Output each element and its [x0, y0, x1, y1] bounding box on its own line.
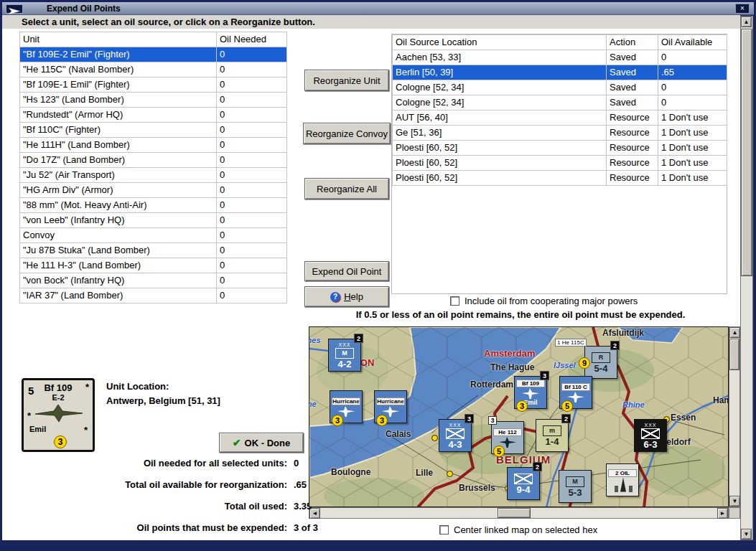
unit-row[interactable]: "He 111H" (Land Bomber) 0: [20, 138, 287, 153]
unit-row[interactable]: "IAR 37" (Land Bomber) 0: [20, 288, 287, 303]
oil-available-cell[interactable]: 0: [658, 95, 727, 110]
oil-available-cell[interactable]: 1 Don't use: [658, 126, 727, 141]
map-unit-counter[interactable]: 9-4 2: [507, 467, 540, 500]
unit-name-cell[interactable]: "von Leeb" (Infantry HQ): [20, 213, 217, 228]
oil-needed-cell[interactable]: 0: [217, 153, 287, 168]
map-vertical-scrollbar[interactable]: ▲ ▼: [729, 326, 740, 507]
oil-location-cell[interactable]: Cologne [52, 34]: [393, 95, 607, 110]
unit-name-cell[interactable]: "88 mm" (Mot. Heavy Anti-Air): [20, 198, 217, 213]
oil-needed-cell[interactable]: 0: [217, 258, 287, 273]
help-button[interactable]: ? Help: [304, 286, 389, 307]
map-unit-counter[interactable]: m 1-4 2: [536, 419, 569, 452]
unit-name-cell[interactable]: "von Bock" (Infantry HQ): [20, 273, 217, 288]
map-unit-counter[interactable]: Hurricane 3: [374, 390, 407, 423]
expend-oil-point-button[interactable]: Expend Oil Point: [304, 261, 389, 281]
oil-source-row[interactable]: AUT [56, 40] Resource 1 Don't use: [393, 110, 727, 126]
oil-available-cell[interactable]: 0: [658, 50, 727, 65]
oil-source-row[interactable]: Aachen [53, 33] Saved 0: [393, 50, 727, 65]
action-cell[interactable]: Resource: [607, 156, 658, 171]
oil-source-row[interactable]: Ge [51, 36] Resource 1 Don't use: [393, 126, 727, 141]
dialog-vertical-scrollbar[interactable]: ▲ ▼: [740, 16, 753, 540]
map-unit-counter[interactable]: M 5-3: [559, 470, 592, 503]
unit-name-cell[interactable]: Convoy: [20, 228, 217, 243]
reorganize-all-button[interactable]: Reorganize All: [304, 178, 389, 199]
reorganize-unit-button[interactable]: Reorganize Unit: [304, 70, 389, 91]
map-horizontal-scrollbar[interactable]: ◄ ►: [309, 507, 729, 519]
oil-needed-cell[interactable]: 0: [217, 243, 287, 258]
unit-name-cell[interactable]: "Do 17Z" (Land Bomber): [20, 153, 217, 168]
title-bar[interactable]: Expend Oil Points ×: [2, 2, 754, 15]
center-map-checkbox[interactable]: [439, 525, 449, 534]
action-cell[interactable]: Resource: [607, 126, 658, 141]
oil-needed-cell[interactable]: 0: [217, 198, 287, 213]
unit-name-cell[interactable]: "IAR 37" (Land Bomber): [20, 288, 217, 303]
unit-row[interactable]: "He 115C" (Naval Bomber) 0: [20, 62, 287, 77]
action-cell[interactable]: Resource: [607, 110, 658, 126]
unit-row[interactable]: "Hs 123" (Land Bomber) 0: [20, 93, 287, 108]
unit-name-cell[interactable]: "He 111H" (Land Bomber): [20, 138, 217, 153]
map-hscroll-thumb[interactable]: [498, 508, 531, 518]
map-unit-counter[interactable]: 2 OIL: [606, 463, 639, 496]
oil-needed-cell[interactable]: 0: [217, 108, 287, 123]
unit-row[interactable]: Convoy 0: [20, 228, 287, 243]
oil-needed-cell[interactable]: 0: [217, 47, 287, 62]
include-oil-checkbox[interactable]: [450, 296, 459, 306]
oil-source-row[interactable]: Ploesti [60, 52] Resource 1 Don't use: [393, 156, 727, 171]
oil-source-row[interactable]: Berlin [50, 39] Saved .65: [393, 65, 727, 80]
oil-needed-cell[interactable]: 0: [217, 62, 287, 77]
scroll-up-icon[interactable]: ▲: [729, 327, 740, 338]
map-unit-counter[interactable]: XXX M 4-2 2: [328, 339, 361, 372]
scroll-down-icon[interactable]: ▼: [729, 496, 740, 507]
unit-name-cell[interactable]: "Bf 110C" (Fighter): [20, 123, 217, 138]
action-cell[interactable]: Saved: [607, 50, 658, 65]
center-map-label[interactable]: Center linked map on selected hex: [454, 524, 597, 535]
action-cell[interactable]: Resource: [607, 171, 658, 186]
map-unit-counter[interactable]: XXX 4-3 3: [439, 419, 472, 452]
map-unit-counter[interactable]: Bf 109 Emil 3 3: [514, 376, 547, 409]
map-unit-counter[interactable]: He 112 5 3: [491, 421, 524, 454]
scroll-up-icon[interactable]: ▲: [741, 17, 752, 27]
action-cell[interactable]: Saved: [607, 95, 658, 110]
map-unit-counter[interactable]: Hurricane 3: [330, 390, 363, 423]
dialog-scroll-thumb[interactable]: [741, 29, 752, 276]
unit-row[interactable]: "von Leeb" (Infantry HQ) 0: [20, 213, 287, 228]
oil-needed-cell[interactable]: 0: [217, 77, 287, 93]
unit-row[interactable]: "Rundstedt" (Armor HQ) 0: [20, 108, 287, 123]
map-unit-counter[interactable]: 1 He 115C R 5-4 9 2: [584, 346, 617, 379]
unit-row[interactable]: "Ju 52" (Air Transport) 0: [20, 168, 287, 183]
oil-location-cell[interactable]: Aachen [53, 33]: [393, 50, 607, 65]
unit-name-cell[interactable]: "Hs 123" (Land Bomber): [20, 93, 217, 108]
oil-location-cell[interactable]: AUT [56, 40]: [393, 110, 607, 126]
oil-location-cell[interactable]: Ploesti [60, 52]: [393, 171, 607, 186]
unit-row[interactable]: "Bf 110C" (Fighter) 0: [20, 123, 287, 138]
oil-needed-cell[interactable]: 0: [217, 273, 287, 288]
oil-location-cell[interactable]: Ge [51, 36]: [393, 126, 607, 141]
unit-name-cell[interactable]: "Ju 87B Stuka" (Land Bomber): [20, 243, 217, 258]
oil-source-row[interactable]: Ploesti [60, 52] Resource 1 Don't use: [393, 171, 727, 186]
oil-available-cell[interactable]: .65: [658, 65, 727, 80]
unit-row[interactable]: "88 mm" (Mot. Heavy Anti-Air) 0: [20, 198, 287, 213]
reorganize-convoy-button[interactable]: Reorganize Convoy: [303, 123, 391, 144]
unit-name-cell[interactable]: "Rundstedt" (Armor HQ): [20, 108, 217, 123]
action-cell[interactable]: Saved: [607, 65, 658, 80]
oil-needed-cell[interactable]: 0: [217, 288, 287, 303]
oil-available-cell[interactable]: 0: [658, 80, 727, 95]
oil-source-row[interactable]: Cologne [52, 34] Saved 0: [393, 80, 727, 95]
oil-location-cell[interactable]: Berlin [50, 39]: [393, 65, 607, 80]
oil-location-cell[interactable]: Ploesti [60, 52]: [393, 141, 607, 156]
oil-needed-cell[interactable]: 0: [217, 168, 287, 183]
action-cell[interactable]: Saved: [607, 80, 658, 95]
oil-location-cell[interactable]: Ploesti [60, 52]: [393, 156, 607, 171]
unit-row[interactable]: "Ju 87B Stuka" (Land Bomber) 0: [20, 243, 287, 258]
unit-row[interactable]: "Bf 109E-1 Emil" (Fighter) 0: [20, 77, 287, 93]
ok-done-button[interactable]: ✔ OK - Done: [219, 433, 304, 453]
unit-row[interactable]: "von Bock" (Infantry HQ) 0: [20, 273, 287, 288]
unit-name-cell[interactable]: "He 115C" (Naval Bomber): [20, 62, 217, 77]
unit-row[interactable]: "He 111 H-3" (Land Bomber) 0: [20, 258, 287, 273]
oil-source-row[interactable]: Ploesti [60, 52] Resource 1 Don't use: [393, 141, 727, 156]
unit-name-cell[interactable]: "Bf 109E-2 Emil" (Fighter): [20, 47, 217, 62]
include-oil-label[interactable]: Include oil from cooperating major power…: [465, 296, 638, 306]
close-button[interactable]: ×: [735, 4, 750, 14]
oil-needed-cell[interactable]: 0: [217, 93, 287, 108]
unit-name-cell[interactable]: "Ju 52" (Air Transport): [20, 168, 217, 183]
